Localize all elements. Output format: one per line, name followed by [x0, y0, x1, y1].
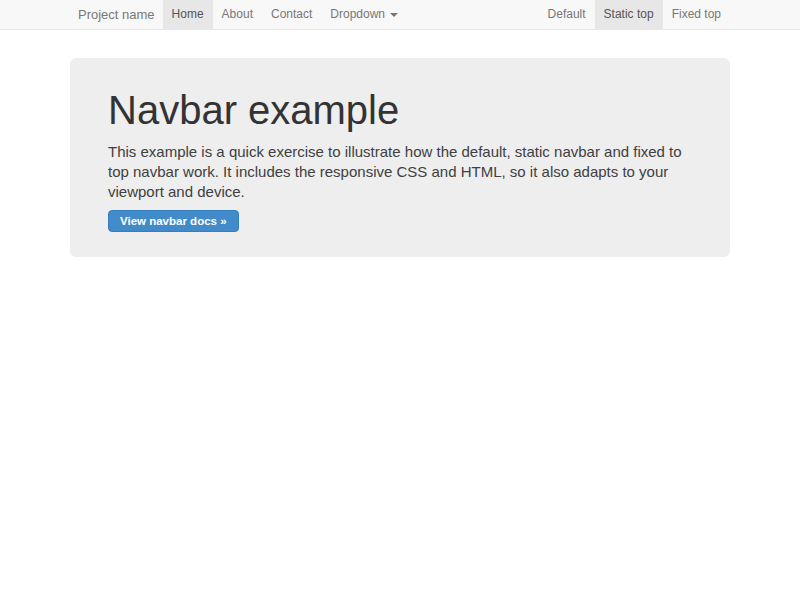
nav-item-contact[interactable]: Contact [262, 0, 321, 29]
view-navbar-docs-button[interactable]: View navbar docs » [108, 210, 239, 232]
navbar-brand[interactable]: Project name [70, 0, 163, 29]
caret-down-icon [390, 13, 398, 17]
page-description: This example is a quick exercise to illu… [108, 142, 688, 202]
nav-item-static-top[interactable]: Static top [595, 0, 663, 29]
jumbotron: Navbar example This example is a quick e… [70, 58, 730, 257]
nav-item-fixed-top[interactable]: Fixed top [663, 0, 730, 29]
navbar-right-nav: Default Static top Fixed top [539, 0, 730, 29]
page-title: Navbar example [108, 88, 692, 132]
nav-item-dropdown-label: Dropdown [330, 0, 385, 29]
nav-item-about[interactable]: About [213, 0, 262, 29]
navbar-container: Project name Home About Contact Dropdown… [70, 0, 730, 29]
nav-item-dropdown[interactable]: Dropdown [321, 0, 407, 29]
main-content: Navbar example This example is a quick e… [70, 58, 730, 257]
nav-item-home[interactable]: Home [163, 0, 213, 29]
navbar-left-nav: Home About Contact Dropdown [163, 0, 407, 29]
nav-item-default[interactable]: Default [539, 0, 595, 29]
top-navbar: Project name Home About Contact Dropdown… [0, 0, 800, 30]
